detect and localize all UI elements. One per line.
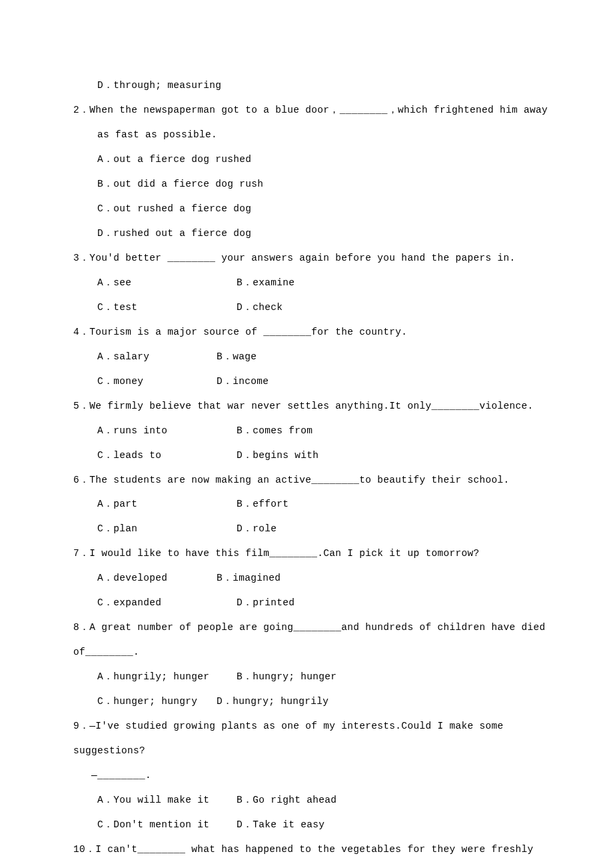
q4-prompt: 4．Tourism is a major source of ________f… xyxy=(73,320,560,345)
q6-options-row-1: A．part B．effort xyxy=(73,492,560,517)
q7-prompt: 7．I would like to have this film________… xyxy=(73,541,560,566)
q9-prompt: 9．—I've studied growing plants as one of… xyxy=(73,714,560,739)
question-3: 3．You'd better ________ your answers aga… xyxy=(73,246,560,320)
question-5: 5．We firmly believe that war never settl… xyxy=(73,394,560,468)
q2-prompt: 2．When the newspaperman got to a blue do… xyxy=(73,98,560,123)
q8-prompt: 8．A great number of people are going____… xyxy=(73,615,560,640)
q9-options-row-2: C．Don't mention it D．Take it easy xyxy=(73,813,560,837)
q5-option-c: C．leads to xyxy=(97,443,231,468)
q3-option-b: B．examine xyxy=(237,277,295,288)
q10-prompt: 10．I can't________ what has happened to … xyxy=(73,837,560,868)
q8-option-d: D．hungry; hungrily xyxy=(217,696,328,707)
q9-options-row-1: A．You will make it B．Go right ahead xyxy=(73,788,560,813)
question-9: 9．—I've studied growing plants as one of… xyxy=(73,714,560,837)
q9-option-d: D．Take it easy xyxy=(237,819,324,830)
q9-prompt-cont: suggestions? xyxy=(73,739,560,763)
q4-option-a: A．salary xyxy=(97,345,211,369)
q6-option-d: D．role xyxy=(237,523,277,534)
q3-options-row-1: A．see B．examine xyxy=(73,271,560,295)
q7-option-b: B．imagined xyxy=(217,573,281,583)
q8-option-b: B．hungry; hunger xyxy=(237,671,336,682)
q7-option-c: C．expanded xyxy=(97,591,231,615)
q3-option-d: D．check xyxy=(237,302,283,313)
q6-option-a: A．part xyxy=(97,492,231,517)
q2-option-d: D．rushed out a fierce dog xyxy=(73,221,560,246)
q6-option-b: B．effort xyxy=(237,499,289,509)
q2-option-a: A．out a fierce dog rushed xyxy=(73,147,560,172)
q3-option-a: A．see xyxy=(97,271,231,295)
q5-option-d: D．begins with xyxy=(237,450,318,461)
q5-option-a: A．runs into xyxy=(97,419,231,443)
question-7: 7．I would like to have this film________… xyxy=(73,541,560,615)
q3-options-row-2: C．test D．check xyxy=(73,295,560,320)
q8-option-a: A．hungrily; hunger xyxy=(97,665,231,689)
q2-option-c: C．out rushed a fierce dog xyxy=(73,197,560,221)
question-8: 8．A great number of people are going____… xyxy=(73,615,560,714)
q7-option-d: D．printed xyxy=(237,597,295,608)
q2-prompt-cont: as fast as possible. xyxy=(73,123,560,147)
q4-options-row-2: C．money D．income xyxy=(73,369,560,394)
question-1-partial: D．through; measuring xyxy=(73,73,560,98)
q5-options-row-2: C．leads to D．begins with xyxy=(73,443,560,468)
q3-prompt: 3．You'd better ________ your answers aga… xyxy=(73,246,560,271)
q6-option-c: C．plan xyxy=(97,517,231,541)
q3-option-c: C．test xyxy=(97,295,231,320)
q6-options-row-2: C．plan D．role xyxy=(73,517,560,541)
question-2: 2．When the newspaperman got to a blue do… xyxy=(73,98,560,246)
q6-prompt: 6．The students are now making an active_… xyxy=(73,468,560,493)
q8-options-row-2: C．hunger; hungry D．hungry; hungrily xyxy=(73,689,560,714)
q2-option-b: B．out did a fierce dog rush xyxy=(73,172,560,197)
q5-option-b: B．comes from xyxy=(237,425,312,436)
q5-options-row-1: A．runs into B．comes from xyxy=(73,419,560,443)
q8-options-row-1: A．hungrily; hunger B．hungry; hunger xyxy=(73,665,560,689)
question-4: 4．Tourism is a major source of ________f… xyxy=(73,320,560,394)
q9-prompt-reply: —________. xyxy=(73,763,560,788)
q4-option-d: D．income xyxy=(217,376,269,387)
q4-options-row-1: A．salary B．wage xyxy=(73,345,560,369)
q1-option-d: D．through; measuring xyxy=(73,73,560,98)
q9-option-a: A．You will make it xyxy=(97,788,231,813)
q7-options-row-2: C．expanded D．printed xyxy=(73,591,560,615)
q7-option-a: A．developed xyxy=(97,566,211,591)
q7-options-row-1: A．developed B．imagined xyxy=(73,566,560,591)
q4-option-b: B．wage xyxy=(217,351,257,362)
q8-option-c: C．hunger; hungry xyxy=(97,689,211,714)
q4-option-c: C．money xyxy=(97,369,211,394)
q8-prompt-cont: of________. xyxy=(73,640,560,665)
q5-prompt: 5．We firmly believe that war never settl… xyxy=(73,394,560,419)
question-6: 6．The students are now making an active_… xyxy=(73,468,560,542)
q9-option-c: C．Don't mention it xyxy=(97,813,231,837)
q9-option-b: B．Go right ahead xyxy=(237,795,336,805)
question-10: 10．I can't________ what has happened to … xyxy=(73,837,560,868)
